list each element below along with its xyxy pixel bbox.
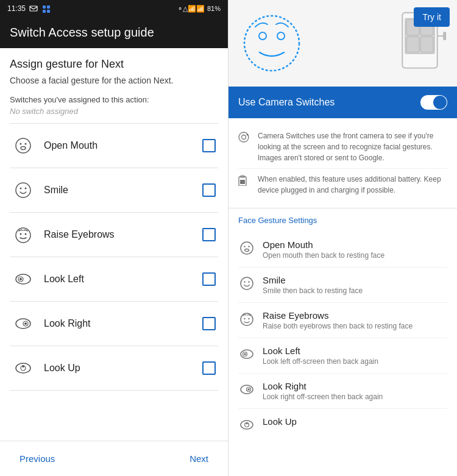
svg-point-41 [241,242,253,254]
right-look-up-content: Look Up [263,416,447,428]
svg-point-56 [247,388,250,391]
svg-rect-2 [47,5,50,9]
right-raise-eyebrows-icon [238,310,255,327]
assign-subtitle: Choose a facial gesture for the action N… [10,76,218,85]
svg-rect-32 [420,37,433,52]
svg-point-45 [241,277,253,290]
app-icon [41,4,51,13]
right-gesture-open-mouth[interactable]: Open Mouth Open mouth then back to resti… [238,232,447,268]
right-smile-icon [238,275,255,292]
gesture-item-look-up[interactable]: Look Up [10,346,218,391]
right-raise-eyebrows-desc: Raise both eyebrows then back to resting… [263,322,447,330]
right-look-right-icon [238,381,255,398]
svg-point-48 [241,313,253,325]
svg-rect-1 [43,5,46,9]
right-open-mouth-title: Open Mouth [263,240,447,250]
svg-point-20 [24,322,27,325]
raise-eyebrows-icon [12,224,34,246]
svg-point-11 [25,188,27,190]
right-look-up-icon [238,416,255,433]
open-mouth-label: Open Mouth [44,140,202,151]
raise-eyebrows-checkbox[interactable] [202,228,216,241]
right-look-left-desc: Look left off-screen then back again [263,357,447,366]
raise-eyebrows-label: Raise Eyebrows [44,229,202,240]
message-icon [29,5,38,12]
right-open-mouth-icon [238,240,255,257]
gesture-item-raise-eyebrows[interactable]: Raise Eyebrows [10,213,218,257]
right-look-left-title: Look Left [263,346,447,356]
status-time: 11:35 [7,4,51,13]
svg-rect-3 [43,10,46,13]
right-smile-title: Smile [263,275,447,285]
look-right-checkbox[interactable] [202,317,216,330]
look-right-icon [12,313,34,335]
right-gesture-look-right[interactable]: Look Right Look right off-screen then ba… [238,374,447,409]
assign-title: Assign gesture for Next [10,58,218,71]
gesture-item-look-left[interactable]: Look Left [10,257,218,302]
face-gesture-section: Face Gesture Settings Open Mouth Open mo… [228,208,457,441]
right-look-right-title: Look Right [263,381,447,391]
look-left-checkbox[interactable] [202,272,216,286]
svg-point-59 [246,422,248,425]
svg-point-24 [244,16,299,71]
svg-point-57 [241,421,253,429]
svg-point-6 [20,143,22,145]
svg-point-7 [25,143,27,145]
switches-label: Switches you've assigned to this action: [10,95,218,104]
camera-switch-label: Use Camera Switches [238,97,335,108]
gesture-list: Open Mouth Smile [10,123,218,391]
status-icons: ⚬△📶📶 81% [177,5,221,13]
open-mouth-icon [12,135,34,157]
look-left-label: Look Left [44,274,202,285]
smile-icon [12,179,34,201]
content-area: Assign gesture for Next Choose a facial … [0,48,228,441]
svg-point-13 [20,233,22,235]
right-look-left-content: Look Left Look left off-screen then back… [263,346,447,366]
svg-point-36 [242,135,246,140]
smile-checkbox[interactable] [202,183,216,197]
camera-switch-bar: Use Camera Switches [228,87,457,118]
right-gesture-raise-eyebrows[interactable]: Raise Eyebrows Raise both eyebrows then … [238,303,447,338]
illustration-area: Try it [228,0,457,87]
gesture-item-open-mouth[interactable]: Open Mouth [10,124,218,168]
battery-display: 81% [207,5,221,12]
camera-info-text: Camera Switches use the front camera to … [258,130,447,163]
svg-rect-34 [443,32,446,40]
signal-icons: ⚬△📶📶 [177,5,205,13]
right-raise-eyebrows-content: Raise Eyebrows Raise both eyebrows then … [263,310,447,330]
svg-rect-31 [406,37,419,52]
svg-point-46 [244,281,245,282]
next-button[interactable]: Next [185,451,213,466]
look-up-checkbox[interactable] [202,361,216,375]
look-up-icon [12,357,34,379]
right-raise-eyebrows-title: Raise Eyebrows [263,310,447,321]
no-switch-label: No switch assigned [10,107,218,116]
info-row-battery: When enabled, this feature uses addition… [238,169,447,201]
svg-point-50 [248,318,249,319]
open-mouth-checkbox[interactable] [202,139,216,152]
svg-point-49 [244,318,245,319]
svg-point-9 [16,183,30,197]
camera-switch-toggle[interactable] [420,95,447,110]
gesture-item-smile[interactable]: Smile [10,168,218,213]
previous-button[interactable]: Previous [15,451,60,466]
info-row-camera: Camera Switches use the front camera to … [238,126,447,169]
right-gesture-look-left[interactable]: Look Left Look left off-screen then back… [238,338,447,374]
bottom-nav: Previous Next [0,441,228,476]
face-illustration [238,10,305,77]
svg-rect-4 [47,10,50,13]
right-smile-desc: Smile then back to resting face [263,286,447,295]
face-gesture-title: Face Gesture Settings [238,216,447,225]
app-title: Switch Access setup guide [10,26,154,39]
try-it-button[interactable]: Try it [414,7,450,27]
svg-rect-0 [30,6,37,11]
svg-point-35 [239,132,249,142]
svg-point-23 [22,365,24,368]
toggle-knob [433,96,447,109]
gesture-item-look-right[interactable]: Look Right [10,302,218,346]
right-gesture-look-up[interactable]: Look Up [238,409,447,441]
right-open-mouth-content: Open Mouth Open mouth then back to resti… [263,240,447,260]
right-open-mouth-desc: Open mouth then back to resting face [263,251,447,260]
right-gesture-smile[interactable]: Smile Smile then back to resting face [238,268,447,303]
right-look-right-desc: Look right off-screen then back again [263,393,447,401]
